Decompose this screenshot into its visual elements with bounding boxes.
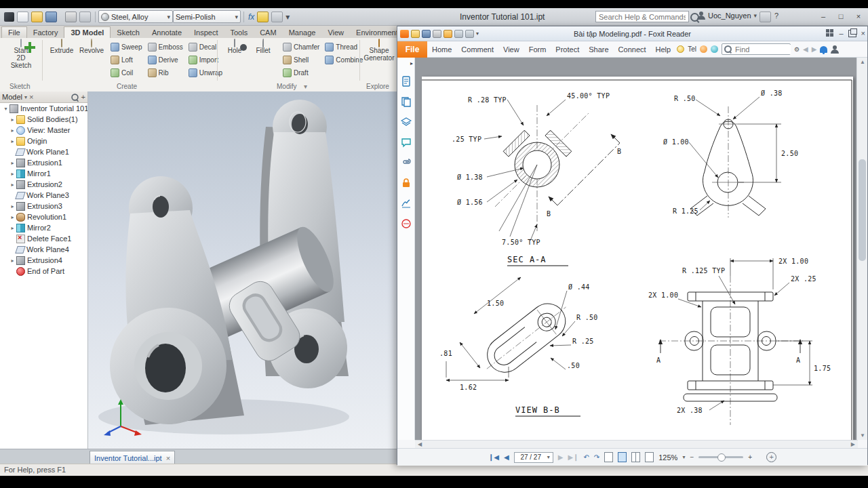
facing-view-button[interactable]: [631, 452, 640, 462]
layout-grid-icon[interactable]: [826, 29, 834, 37]
menu-form[interactable]: Form: [524, 41, 551, 58]
qat-chevron-icon[interactable]: ▾: [476, 30, 479, 37]
find-box[interactable]: [722, 43, 791, 55]
next-view-button[interactable]: ↷: [594, 452, 599, 463]
scroll-left-icon[interactable]: ◀: [418, 441, 422, 448]
expander-icon[interactable]: ▸: [9, 203, 16, 209]
back-arrow-icon[interactable]: ◀: [803, 45, 808, 53]
tree-item-work-plane3[interactable]: Work Plane3: [0, 190, 87, 201]
orientation-triad[interactable]: [100, 398, 144, 439]
cloud-icon[interactable]: [711, 45, 718, 53]
tree-item-mirror2[interactable]: ▸ Mirror2: [0, 222, 87, 233]
appearance-combo[interactable]: Semi-Polish ▾: [173, 10, 241, 23]
tab-sketch[interactable]: Sketch: [111, 27, 146, 38]
tree-item-root[interactable]: ▾ Inventor Tutorial 101.ipt: [0, 103, 87, 114]
close-tab-icon[interactable]: ×: [166, 454, 170, 462]
zoom-slider[interactable]: [698, 456, 743, 458]
forward-arrow-icon[interactable]: ▶: [812, 45, 817, 53]
decal-button[interactable]: Decal: [186, 41, 224, 54]
close-button[interactable]: ×: [852, 11, 865, 23]
tree-item-end-of-part[interactable]: End of Part: [0, 266, 87, 277]
menu-share[interactable]: Share: [584, 41, 613, 58]
menu-help[interactable]: Help: [651, 41, 676, 58]
tree-item-solid-bodies[interactable]: ▸ Solid Bodies(1): [0, 114, 87, 125]
pages-panel-icon[interactable]: [401, 96, 412, 107]
tab-manage[interactable]: Manage: [283, 27, 322, 38]
find-input[interactable]: [734, 45, 791, 54]
material-combo[interactable]: Steel, Alloy ▾: [98, 10, 173, 23]
help-icon[interactable]: ?: [774, 12, 778, 20]
layers-panel-icon[interactable]: [401, 117, 412, 127]
foxit-app-icon[interactable]: [400, 30, 409, 38]
close-browser-icon[interactable]: ×: [29, 93, 33, 101]
zoom-level-label[interactable]: 125%: [658, 453, 677, 462]
expander-icon[interactable]: ▸: [9, 182, 16, 188]
expander-icon[interactable]: ▸: [9, 171, 16, 177]
menu-comment[interactable]: Comment: [456, 41, 498, 58]
settings-gear-icon[interactable]: ⚙: [794, 46, 800, 53]
fx-parameters-icon[interactable]: fx: [247, 12, 256, 22]
expander-icon[interactable]: ▸: [9, 258, 16, 264]
tab-inspect[interactable]: Inspect: [188, 27, 224, 38]
expander-icon[interactable]: ▸: [9, 117, 16, 123]
expander-icon[interactable]: ▾: [3, 106, 9, 112]
shell-button[interactable]: Shell: [281, 54, 321, 66]
document-area[interactable]: R .28 TYP 45.00° TYP .25 TYP Ø 1.38 Ø 1.…: [415, 58, 858, 440]
page-number-box[interactable]: ▾: [514, 452, 553, 463]
menu-home[interactable]: Home: [427, 41, 456, 58]
inventor-app-icon[interactable]: [4, 12, 14, 22]
tree-item-extrusion2[interactable]: ▸ Extrusion2: [0, 179, 87, 190]
bookmarks-panel-icon[interactable]: [401, 76, 412, 87]
assistant-icon[interactable]: [700, 45, 707, 53]
zoom-in-button[interactable]: +: [748, 452, 752, 463]
chevron-down-icon[interactable]: ▾: [24, 94, 27, 100]
last-page-button[interactable]: ▶❙: [568, 452, 578, 463]
tab-tools[interactable]: Tools: [224, 27, 254, 38]
first-page-button[interactable]: ❙◀: [488, 452, 499, 463]
tab-factory[interactable]: Factory: [27, 27, 64, 38]
scrollbar-thumb[interactable]: [859, 159, 866, 261]
page-number-input[interactable]: [515, 453, 547, 462]
qat-chevron-icon[interactable]: ▾: [284, 12, 291, 22]
tab-cam[interactable]: CAM: [254, 27, 282, 38]
save-icon[interactable]: [45, 12, 57, 22]
attachments-panel-icon[interactable]: [401, 157, 412, 168]
draft-button[interactable]: Draft: [281, 66, 321, 79]
hole-button[interactable]: Hole: [221, 39, 248, 54]
restore-button[interactable]: [848, 30, 856, 37]
notification-bell-icon[interactable]: [820, 46, 827, 53]
extra-tool-icon[interactable]: [271, 12, 283, 22]
tab-3d-model[interactable]: 3D Model: [64, 26, 111, 38]
open-icon[interactable]: [411, 30, 420, 38]
loft-button[interactable]: Loft: [108, 54, 144, 66]
zoom-chevron-icon[interactable]: ▾: [682, 454, 685, 460]
security-lock-icon[interactable]: [401, 178, 412, 188]
tree-item-revolution1[interactable]: ▸ Revolution1: [0, 211, 87, 222]
expander-icon[interactable]: ▸: [9, 225, 16, 231]
collapse-panel-icon[interactable]: ▸: [410, 60, 413, 66]
derive-button[interactable]: Derive: [146, 54, 185, 66]
file-menu-button[interactable]: File: [397, 41, 427, 58]
browser-add-icon[interactable]: +: [81, 93, 85, 101]
tree-item-view-master[interactable]: ▸ View: Master: [0, 125, 87, 136]
stamp-panel-icon[interactable]: [401, 218, 412, 229]
emboss-button[interactable]: Emboss: [146, 41, 185, 54]
rib-button[interactable]: Rib: [146, 66, 185, 79]
import-button[interactable]: Import: [186, 54, 224, 66]
tell-me-bulb-icon[interactable]: [677, 45, 684, 53]
open-file-icon[interactable]: [31, 12, 43, 22]
tree-item-work-plane1[interactable]: Work Plane1: [0, 146, 87, 157]
close-button[interactable]: ×: [861, 28, 865, 38]
expander-icon[interactable]: ▸: [9, 138, 16, 144]
tree-item-delete-face1[interactable]: Delete Face1: [0, 233, 87, 244]
sweep-button[interactable]: Sweep: [108, 41, 144, 54]
minimize-button[interactable]: –: [816, 11, 830, 23]
save-icon[interactable]: [422, 30, 431, 38]
tree-item-extrusion1[interactable]: ▸ Extrusion1: [0, 157, 87, 168]
redo-icon[interactable]: [465, 30, 474, 38]
revolve-button[interactable]: Revolve: [76, 39, 107, 54]
signature-panel-icon[interactable]: [401, 198, 412, 209]
minimize-button[interactable]: –: [839, 28, 843, 38]
coil-button[interactable]: Coil: [108, 66, 144, 79]
vertical-scrollbar[interactable]: ▲ ▼: [856, 58, 867, 440]
